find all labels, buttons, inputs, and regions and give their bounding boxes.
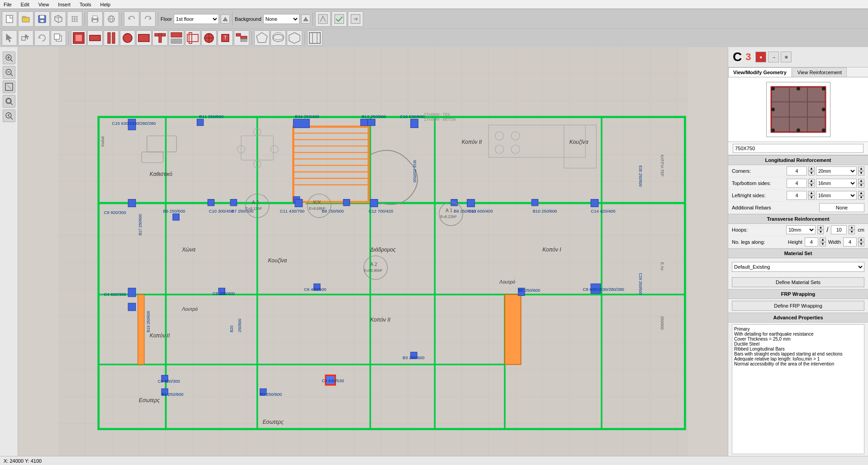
view-check-btn[interactable] (332, 11, 347, 27)
mass-tool[interactable] (287, 30, 302, 46)
floor-plan-svg[interactable]: C15 630/1530/280/280 B11 250/600 B34 250… (18, 47, 728, 456)
width-down[interactable]: ▼ (858, 242, 864, 247)
draw-col-btn[interactable] (71, 30, 86, 46)
zoom-window-button[interactable] (3, 95, 15, 108)
menu-edit[interactable]: Edit (19, 2, 31, 7)
tb-bar-up[interactable]: ▲ (858, 179, 864, 183)
select-tool[interactable] (2, 30, 17, 46)
open-button[interactable] (18, 11, 33, 27)
undo-button[interactable] (124, 11, 139, 27)
lr-bar-up[interactable]: ▲ (858, 191, 864, 195)
export-button[interactable] (104, 11, 119, 27)
hoops-spacing-up[interactable]: ▲ (849, 225, 855, 230)
svg-rect-156 (128, 199, 136, 207)
new-button[interactable] (2, 11, 17, 27)
left-right-input[interactable] (787, 191, 807, 200)
material-select[interactable]: Default_Existing Default_New (732, 262, 864, 272)
top-bottom-input[interactable] (787, 179, 807, 188)
draw-beam-btn[interactable] (87, 30, 103, 46)
poly-tool[interactable] (254, 30, 270, 46)
lr-down[interactable]: ▼ (808, 195, 815, 200)
zoom-in-button[interactable] (3, 52, 15, 64)
svg-text:Εσωτερς: Εσωτερς (139, 397, 160, 403)
top-bottom-down[interactable]: ▼ (808, 183, 815, 188)
menu-view[interactable]: View (37, 2, 51, 7)
floor-settings[interactable] (221, 14, 230, 24)
draw-stair-btn[interactable] (234, 30, 249, 46)
save-button[interactable] (34, 11, 50, 27)
corners-up[interactable]: ▲ (808, 166, 815, 171)
background-settings[interactable] (301, 14, 310, 24)
frame-tool[interactable] (307, 30, 323, 46)
draw-circle-btn[interactable] (120, 30, 135, 46)
zoom-prev-button[interactable] (3, 109, 15, 122)
corners-bar-down[interactable]: ▼ (858, 171, 864, 176)
col-icon-dim[interactable]: ⊞ (781, 52, 792, 62)
hoops-spacing-down[interactable]: ▼ (849, 230, 855, 234)
draw-T-btn[interactable] (152, 30, 168, 46)
sep2 (121, 12, 122, 26)
menu-file[interactable]: File (2, 2, 14, 7)
sep1 (85, 12, 85, 26)
menu-insert[interactable]: Insert (56, 2, 72, 7)
material-container: Default_Existing Default_New (728, 258, 868, 275)
shell-tool[interactable] (270, 30, 286, 46)
col-icon-red[interactable]: ■ (755, 52, 766, 62)
corners-bar-select[interactable]: 20mm16mm12mm25mm (816, 166, 857, 176)
draw-slab-btn[interactable] (201, 30, 217, 46)
draw-line-btn[interactable] (169, 30, 184, 46)
height-up[interactable]: ▲ (820, 237, 826, 242)
svg-point-54 (273, 33, 284, 40)
lr-up[interactable]: ▲ (808, 191, 815, 195)
rotate-tool[interactable] (34, 30, 50, 46)
lr-bar-down[interactable]: ▼ (858, 195, 864, 200)
corners-input[interactable] (787, 166, 807, 176)
node-select-tool[interactable] (18, 30, 33, 46)
transverse-header: Transverse Reinforcement (728, 214, 868, 224)
top-bottom-bar-select[interactable]: 16mm12mm20mm25mm (816, 179, 857, 188)
hoops-diam-up[interactable]: ▲ (817, 225, 824, 230)
dimensions-input[interactable] (733, 144, 863, 153)
top-bottom-up[interactable]: ▲ (808, 179, 815, 183)
redo-button[interactable] (140, 11, 156, 27)
tab-reinforcement[interactable]: View Reinforcement (792, 67, 847, 77)
draw-wall-btn[interactable] (104, 30, 119, 46)
menu-tools[interactable]: Tools (78, 2, 93, 7)
hoops-diam-select[interactable]: 10mm8mm12mm (786, 225, 816, 234)
menu-help[interactable]: Help (99, 2, 113, 7)
hoops-diam-down[interactable]: ▼ (817, 230, 824, 234)
svg-text:E=9.68M²: E=9.68M² (309, 206, 326, 211)
view-3d-btn[interactable] (315, 11, 331, 27)
additional-input[interactable] (819, 203, 864, 212)
draw-rect-btn[interactable] (136, 30, 152, 46)
svg-text:Κουζίνα: Κουζίνα (569, 139, 589, 145)
col-icon-arrow[interactable]: → (768, 52, 779, 62)
hoops-unit: cm (858, 227, 864, 232)
left-right-bar-select[interactable]: 16mm12mm20mm25mm (816, 191, 857, 200)
draw-opening-btn[interactable]: T (218, 30, 233, 46)
height-input[interactable] (805, 237, 818, 247)
canvas-area[interactable]: C15 630/1530/280/280 B11 250/600 B34 250… (18, 47, 728, 456)
height-down[interactable]: ▼ (820, 242, 826, 247)
corners-bar-up[interactable]: ▲ (858, 166, 864, 171)
draw-composite-btn[interactable] (185, 30, 200, 46)
width-input[interactable] (843, 237, 857, 247)
print-button[interactable] (87, 11, 103, 27)
define-material-btn[interactable]: Define Material Sets (732, 277, 864, 287)
tab-geometry[interactable]: View/Modify Geometry (728, 67, 792, 77)
grid-button[interactable] (67, 11, 82, 27)
floor-select[interactable]: 1st floor 2nd floor 3rd floor Basement (174, 14, 219, 24)
hoops-spacing-input[interactable] (831, 225, 847, 234)
background-select[interactable]: None Bitmap DXF (263, 14, 299, 24)
3d-button[interactable] (51, 11, 66, 27)
copy-tool[interactable] (51, 30, 66, 46)
zoom-fit-button[interactable] (3, 81, 15, 93)
corners-down[interactable]: ▼ (808, 171, 815, 176)
material-header: Material Set (728, 248, 868, 258)
width-up[interactable]: ▲ (858, 237, 864, 242)
svg-rect-51 (241, 39, 247, 42)
view-export-btn[interactable] (348, 11, 363, 27)
tb-bar-down[interactable]: ▼ (858, 183, 864, 188)
zoom-out-button[interactable] (3, 66, 15, 79)
define-frp-btn[interactable]: Define FRP Wrapping (732, 301, 864, 311)
